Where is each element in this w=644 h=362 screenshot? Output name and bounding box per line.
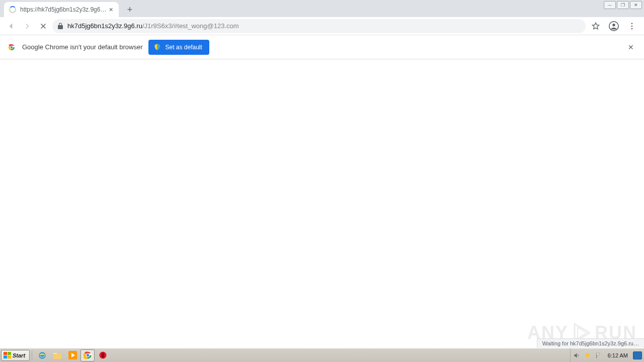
status-text: Waiting for hk7d5jg6bn1s2y3z.9g6.ru… <box>542 340 639 346</box>
quick-launch-explorer[interactable] <box>50 349 64 361</box>
folder-icon <box>53 351 62 359</box>
tab-title: https://hk7d5jg6bn1s2y3z.9g6.ru/J <box>20 6 107 13</box>
chrome-icon <box>84 351 92 359</box>
start-button[interactable]: Start <box>1 350 30 361</box>
new-tab-button[interactable]: + <box>124 4 136 16</box>
taskbar-item-chrome[interactable] <box>80 349 95 361</box>
svg-point-1 <box>612 23 615 26</box>
opera-icon <box>99 351 107 359</box>
star-icon <box>591 22 600 31</box>
system-tray: 6:12 AM <box>570 348 644 362</box>
set-default-label: Set as default <box>165 44 202 51</box>
browser-toolbar: hk7d5jg6bn1s2y3z.9g6.ru/J1r9S6x3/#test_w… <box>0 17 644 35</box>
arrow-left-icon <box>7 22 16 31</box>
browser-tab[interactable]: https://hk7d5jg6bn1s2y3z.9g6.ru/J ✕ <box>4 2 119 17</box>
user-circle-icon <box>608 21 619 32</box>
kebab-menu-icon <box>627 22 636 31</box>
page-content: ANY RUN Waiting for hk7d5jg6bn1s2y3z.9g6… <box>0 59 644 348</box>
loading-spinner-icon <box>9 6 16 13</box>
windows-taskbar: Start 6:12 AM <box>0 348 644 362</box>
window-minimize-button[interactable]: ─ <box>604 1 616 9</box>
shield-icon <box>153 43 161 51</box>
quick-launch-opera[interactable] <box>96 349 110 361</box>
bookmark-button[interactable] <box>588 18 604 34</box>
start-label: Start <box>13 352 25 358</box>
url-text: hk7d5jg6bn1s2y3z.9g6.ru/J1r9S6x3/#test_w… <box>67 22 581 30</box>
internet-explorer-icon <box>38 351 47 360</box>
forward-button <box>20 19 34 33</box>
quick-launch <box>35 349 110 361</box>
svg-point-2 <box>631 23 633 24</box>
window-controls: ─ ❐ ✕ <box>604 1 642 9</box>
tray-volume-icon[interactable] <box>573 351 581 359</box>
chrome-logo-icon <box>7 43 16 52</box>
default-browser-infobar: Google Chrome isn't your default browser… <box>0 35 644 59</box>
quick-launch-media[interactable] <box>65 349 79 361</box>
profile-button[interactable] <box>606 18 622 34</box>
taskbar-separator <box>32 350 32 360</box>
back-button <box>4 19 18 33</box>
infobar-close-button[interactable]: ✕ <box>625 41 637 53</box>
tab-close-button[interactable]: ✕ <box>107 6 115 14</box>
url-host: hk7d5jg6bn1s2y3z.9g6.ru <box>67 22 142 30</box>
tray-shield-icon[interactable] <box>584 351 592 359</box>
lock-icon <box>57 23 63 30</box>
tab-strip: https://hk7d5jg6bn1s2y3z.9g6.ru/J ✕ + ─ … <box>0 0 644 17</box>
svg-point-15 <box>101 352 104 358</box>
address-bar[interactable]: hk7d5jg6bn1s2y3z.9g6.ru/J1r9S6x3/#test_w… <box>52 19 586 33</box>
tray-flag-icon[interactable] <box>595 351 603 359</box>
window-maximize-button[interactable]: ❐ <box>617 1 629 9</box>
svg-point-4 <box>631 28 633 29</box>
show-desktop-button[interactable] <box>633 351 642 359</box>
media-player-icon <box>68 351 77 359</box>
window-close-button[interactable]: ✕ <box>630 1 642 9</box>
set-default-button[interactable]: Set as default <box>148 40 209 55</box>
chrome-menu-button[interactable] <box>624 18 640 34</box>
status-bubble: Waiting for hk7d5jg6bn1s2y3z.9g6.ru… <box>537 338 644 348</box>
arrow-right-icon <box>23 22 32 31</box>
url-path: /J1r9S6x3/#test_wong@123.com <box>142 22 239 30</box>
windows-flag-icon <box>4 352 11 358</box>
close-icon <box>39 22 48 31</box>
quick-launch-ie[interactable] <box>35 349 49 361</box>
svg-point-3 <box>631 25 633 27</box>
infobar-message: Google Chrome isn't your default browser <box>22 43 142 51</box>
taskbar-clock[interactable]: 6:12 AM <box>606 352 630 358</box>
stop-reload-button[interactable] <box>36 19 50 33</box>
